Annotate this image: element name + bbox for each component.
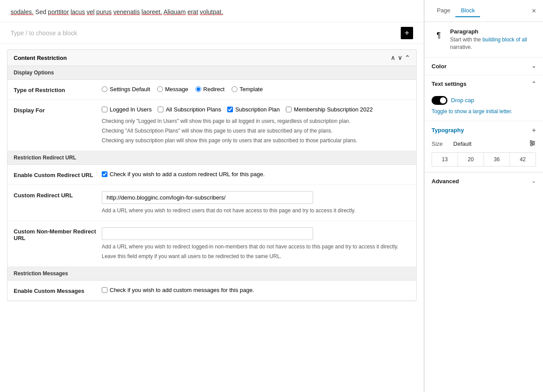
typography-section: Typography + Size Default 13 [425,121,543,172]
text-settings-chevron-up-icon: ⌃ [532,81,536,87]
top-text-word: porttitor [48,8,69,15]
type-of-restriction-row: Type of Restriction Settings Default Mes… [7,80,416,100]
drop-cap-hint: Toggle to show a large initial letter. [432,108,536,115]
close-panel-icon[interactable]: ⌃ [405,54,410,61]
advanced-section[interactable]: Advanced ⌄ [425,172,543,190]
enable-custom-messages-checkbox[interactable]: Check if you wish to add custom messages… [102,287,410,293]
display-for-help-1: Checking only "Logged In Users" will sho… [102,117,410,125]
checkbox-subscription-plan-label: Subscription Plan [235,106,280,113]
custom-non-member-redirect-help-1: Add a URL where you wish to redirect log… [102,243,410,251]
font-size-36[interactable]: 36 [484,153,510,166]
font-size-13[interactable]: 13 [432,153,458,166]
block-info-text: Paragraph Start with the building block … [450,28,536,51]
top-text-word: Sed [35,8,48,15]
custom-non-member-redirect-help-2: Leave this field empty if you want all u… [102,252,410,260]
block-desc-highlight-blue: building block of all [482,37,527,43]
color-section: Color ⌄ [425,58,543,75]
tab-block[interactable]: Block [455,4,480,17]
enable-custom-messages-checkbox-label: Check if you wish to add custom messages… [110,287,254,293]
top-text-word: volutpat. [200,8,223,15]
enable-custom-messages-content: Check if you wish to add custom messages… [102,287,410,293]
block-title: Paragraph [450,28,536,35]
color-section-label: Color [432,63,447,70]
display-options-label: Display Options [14,70,54,76]
typography-add-icon[interactable]: + [532,126,536,134]
checkbox-membership-subscription-label: Membership Subscription 2022 [294,106,373,113]
enable-custom-messages-row: Enable Custom Messages Check if you wish… [7,281,416,301]
size-filter-icon[interactable] [529,140,536,148]
enable-custom-redirect-row: Enable Custom Redirect URL Check if you … [7,165,416,185]
checkbox-membership-subscription[interactable]: Membership Subscription 2022 [286,106,373,113]
add-block-placeholder: Type / to choose a block [11,30,77,37]
checkbox-all-subscription-plans[interactable]: All Subscription Plans [158,106,221,113]
drop-cap-toggle[interactable] [432,96,447,105]
top-text-word: venenatis [114,8,140,15]
collapse-down-icon[interactable]: ∨ [398,54,402,61]
type-of-restriction-content: Settings Default Message Redirect Templa… [102,86,410,92]
panel-header-controls: ∧ ∨ ⌃ [391,54,410,61]
checkbox-logged-in-users[interactable]: Logged In Users [102,106,151,113]
block-description: Start with the building block of all nar… [450,36,536,51]
sidebar-header: Page Block × [425,0,543,22]
custom-redirect-url-help: Add a URL where you wish to redirect use… [102,207,410,214]
block-info: ¶ Paragraph Start with the building bloc… [425,22,543,58]
radio-settings-default[interactable]: Settings Default [102,86,150,92]
content-restriction-panel: Content Restriction ∧ ∨ ⌃ Display Option… [7,49,417,301]
main-editor-area: sodales. Sed porttitor lacus vel purus v… [0,0,424,392]
typography-label: Typography [432,127,464,133]
text-settings-section: Text settings ⌃ Drop cap Toggle to show … [425,75,543,121]
top-text-word: Aliquam [163,8,186,15]
drop-cap-row: Drop cap [432,96,536,105]
color-section-header[interactable]: Color ⌄ [425,58,543,75]
panel-title: Content Restriction [14,55,67,61]
right-sidebar: Page Block × ¶ Paragraph Start with the … [424,0,543,392]
custom-redirect-url-input[interactable] [102,191,313,204]
enable-custom-redirect-checkbox-label: Check if you wish to add a custom redire… [110,171,265,178]
top-text-word: lacus [70,8,85,15]
panel-header: Content Restriction ∧ ∨ ⌃ [7,50,416,66]
display-for-row: Display For Logged In Users All Subscrip… [7,100,416,151]
color-section-chevron-down-icon: ⌄ [532,63,536,69]
size-value: Default [453,141,471,147]
add-block-button[interactable]: + [401,27,413,39]
advanced-chevron-down-icon: ⌄ [532,178,536,184]
display-for-checkbox-group: Logged In Users All Subscription Plans S… [102,106,410,113]
svg-point-4 [532,142,534,144]
custom-non-member-redirect-input[interactable] [102,227,313,240]
sidebar-tabs: Page Block [432,4,480,17]
tab-page[interactable]: Page [432,4,455,17]
display-for-help-2: Checking "All Subscription Plans" will s… [102,127,410,135]
radio-template[interactable]: Template [232,86,263,92]
collapse-up-icon[interactable]: ∧ [391,54,395,61]
text-settings-header[interactable]: Text settings ⌃ [425,75,543,92]
radio-redirect-label: Redirect [203,86,225,92]
typography-size-row: Size Default [425,140,543,152]
enable-custom-redirect-checkbox[interactable]: Check if you wish to add a custom redire… [102,171,410,178]
paragraph-icon: ¶ [432,28,446,42]
display-for-label: Display For [14,106,102,114]
enable-custom-redirect-content: Check if you wish to add a custom redire… [102,171,410,178]
radio-message[interactable]: Message [157,86,188,92]
typography-header[interactable]: Typography + [425,121,543,140]
radio-template-label: Template [240,86,263,92]
enable-custom-redirect-label: Enable Custom Redirect URL [14,171,102,178]
svg-point-3 [530,141,532,142]
custom-redirect-url-row: Custom Redirect URL Add a URL where you … [7,185,416,221]
checkbox-subscription-plan[interactable]: Subscription Plan [227,106,280,113]
restriction-type-radio-group: Settings Default Message Redirect Templa… [102,86,410,92]
top-paragraph: sodales. Sed porttitor lacus vel purus v… [0,0,424,22]
font-size-42[interactable]: 42 [510,153,536,166]
top-text-word: erat [188,8,198,15]
font-sizes-bar: 13 20 36 42 [432,152,536,166]
restriction-redirect-label: Restriction Redirect URL [14,155,76,161]
restriction-messages-label: Restriction Messages [14,270,68,277]
sidebar-close-button[interactable]: × [532,7,536,15]
top-text-word: laoreet. [141,8,162,15]
checkbox-all-subscription-plans-label: All Subscription Plans [166,106,221,113]
type-of-restriction-label: Type of Restriction [14,86,102,93]
advanced-label: Advanced [432,178,459,185]
font-size-20[interactable]: 20 [458,153,484,166]
enable-custom-messages-label: Enable Custom Messages [14,287,102,294]
custom-redirect-url-label: Custom Redirect URL [14,191,102,199]
radio-redirect[interactable]: Redirect [196,86,225,92]
